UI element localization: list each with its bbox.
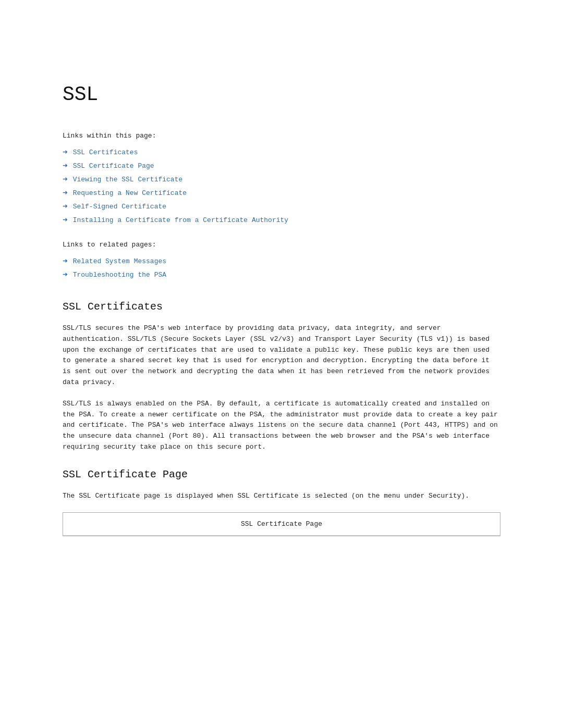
- link-installing-certificate[interactable]: Installing a Certificate from a Certific…: [73, 216, 288, 224]
- section-heading-ssl-certificates: SSL Certificates: [63, 301, 500, 313]
- links-related-label: Links to related pages:: [63, 241, 500, 249]
- link-item-ssl-certificates: ➜ SSL Certificates: [63, 147, 500, 157]
- link-item-troubleshooting: ➜ Troubleshooting the PSA: [63, 269, 500, 280]
- link-item-installing: ➜ Installing a Certificate from a Certif…: [63, 215, 500, 225]
- ssl-certificates-paragraph-1: SSL/TLS secures the PSA's web interface …: [63, 323, 500, 388]
- arrow-icon-4: ➜: [63, 188, 68, 198]
- link-item-self-signed: ➜ Self-Signed Certificate: [63, 201, 500, 212]
- page-title: SSL: [63, 83, 500, 106]
- arrow-icon-7: ➜: [63, 256, 68, 266]
- section-heading-ssl-certificate-page: SSL Certificate Page: [63, 468, 500, 480]
- arrow-icon-6: ➜: [63, 215, 68, 225]
- arrow-icon-2: ➜: [63, 161, 68, 171]
- link-ssl-certificate-page[interactable]: SSL Certificate Page: [73, 162, 154, 170]
- links-related-section: Links to related pages: ➜ Related System…: [63, 241, 500, 280]
- link-ssl-certificates[interactable]: SSL Certificates: [73, 149, 138, 156]
- link-item-requesting: ➜ Requesting a New Certificate: [63, 188, 500, 198]
- link-viewing-ssl[interactable]: Viewing the SSL Certificate: [73, 176, 183, 183]
- ssl-certificates-paragraph-2: SSL/TLS is always enabled on the PSA. By…: [63, 399, 500, 453]
- arrow-icon-8: ➜: [63, 269, 68, 280]
- section-ssl-certificates: SSL Certificates SSL/TLS secures the PSA…: [63, 301, 500, 453]
- link-related-system-messages[interactable]: Related System Messages: [73, 257, 166, 265]
- ssl-certificate-page-paragraph-1: The SSL Certificate page is displayed wh…: [63, 491, 500, 502]
- arrow-icon-1: ➜: [63, 147, 68, 157]
- section-ssl-certificate-page: SSL Certificate Page The SSL Certificate…: [63, 468, 500, 536]
- link-item-related-system: ➜ Related System Messages: [63, 256, 500, 266]
- link-item-ssl-certificate-page: ➜ SSL Certificate Page: [63, 161, 500, 171]
- ssl-certificate-page-table-box: SSL Certificate Page: [63, 512, 500, 536]
- arrow-icon-5: ➜: [63, 201, 68, 212]
- link-item-viewing: ➜ Viewing the SSL Certificate: [63, 174, 500, 184]
- link-troubleshooting-psa[interactable]: Troubleshooting the PSA: [73, 271, 166, 279]
- arrow-icon-3: ➜: [63, 174, 68, 184]
- links-within-section: Links within this page: ➜ SSL Certificat…: [63, 132, 500, 225]
- link-self-signed[interactable]: Self-Signed Certificate: [73, 203, 166, 211]
- table-box-title: SSL Certificate Page: [63, 513, 500, 536]
- links-within-label: Links within this page:: [63, 132, 500, 140]
- link-requesting-certificate[interactable]: Requesting a New Certificate: [73, 189, 187, 197]
